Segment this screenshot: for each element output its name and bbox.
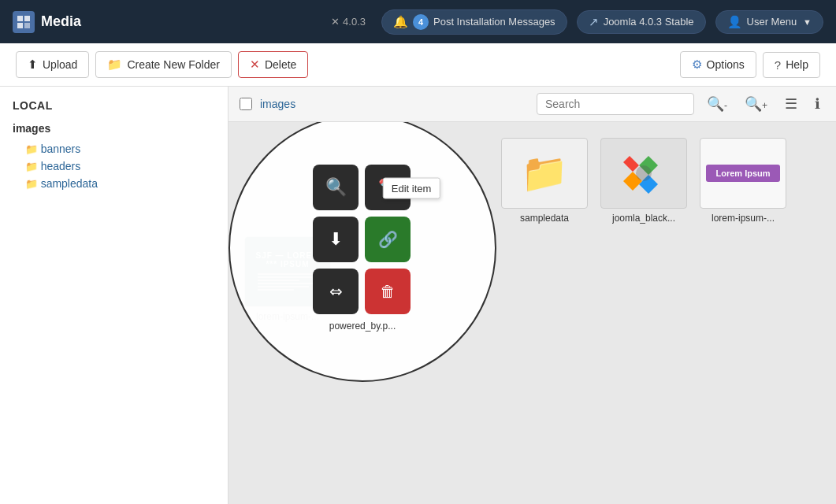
delete-label: Delete bbox=[265, 58, 296, 71]
file-item-name: lorem-ipsum-... bbox=[712, 213, 775, 224]
sidebar-banners-label: banners bbox=[41, 143, 81, 155]
sidebar-item-sampledata[interactable]: sampledata bbox=[25, 175, 215, 192]
upload-icon: ⬆ bbox=[28, 57, 38, 72]
chevron-down-icon: ▼ bbox=[803, 17, 812, 27]
file-item-name: sampledata bbox=[520, 213, 569, 224]
zoom-in-button[interactable]: 🔍+ bbox=[740, 94, 772, 114]
powered-by-item: 🔍 ✏️ Edit item ⬇ bbox=[244, 138, 331, 224]
sidebar-root-folder[interactable]: images bbox=[13, 120, 215, 137]
file-item-name: joomla_black... bbox=[612, 213, 675, 224]
topbar: Media ✕ 4.0.3 🔔 4 Post Installation Mess… bbox=[0, 0, 836, 43]
notification-count: 4 bbox=[413, 14, 429, 30]
joomla-stable-button[interactable]: ↗ Joomla 4.0.3 Stable bbox=[577, 10, 706, 34]
trash-icon: 🗑 bbox=[380, 283, 396, 301]
create-folder-label: Create New Folder bbox=[127, 58, 220, 71]
lorem-button-visual: Lorem Ipsum bbox=[706, 165, 779, 182]
version-label: ✕ 4.0.3 bbox=[331, 16, 366, 28]
edit-tooltip: Edit item bbox=[383, 178, 440, 199]
external-link-icon: ↗ bbox=[589, 15, 599, 29]
file-grid: 🔍 ✏️ Edit item ⬇ bbox=[229, 122, 836, 504]
upload-button[interactable]: ⬆ Upload bbox=[16, 51, 89, 78]
download-icon: ⬇ bbox=[329, 229, 343, 250]
svg-point-4 bbox=[636, 165, 652, 181]
file-area: images 🔍- 🔍+ ☰ ℹ 🔍 bbox=[229, 87, 836, 504]
select-all-checkbox[interactable] bbox=[240, 98, 252, 110]
list-item[interactable]: joomla_black... bbox=[600, 138, 687, 224]
create-folder-button[interactable]: 📁 Create New Folder bbox=[95, 51, 232, 78]
upload-label: Upload bbox=[43, 58, 77, 71]
folder-icon: 📁 bbox=[107, 57, 122, 72]
delete-action-button[interactable]: 🗑 bbox=[365, 269, 411, 314]
sidebar-root-label: images bbox=[13, 122, 50, 135]
sidebar-sampledata-label: sampledata bbox=[41, 177, 98, 190]
list-item[interactable]: Lorem Ipsum lorem-ipsum-... bbox=[700, 138, 786, 224]
link-action-button[interactable]: 🔗 bbox=[365, 217, 411, 262]
app-title: Media bbox=[41, 13, 81, 30]
options-label: Options bbox=[707, 58, 745, 71]
joomla-stable-label: Joomla 4.0.3 Stable bbox=[604, 16, 694, 28]
svg-rect-1 bbox=[24, 16, 30, 21]
resize-action-button[interactable]: ⇔ bbox=[313, 269, 359, 314]
action-grid: 🔍 ✏️ Edit item ⬇ bbox=[313, 165, 412, 316]
notifications-button[interactable]: 🔔 4 Post Installation Messages bbox=[381, 9, 567, 35]
sidebar-title: Local bbox=[13, 99, 215, 112]
logo-icon bbox=[13, 11, 35, 33]
svg-rect-2 bbox=[17, 23, 23, 28]
zoom-out-button[interactable]: 🔍- bbox=[702, 94, 732, 114]
overlay-file-label: powered_by.p... bbox=[329, 321, 396, 332]
list-view-button[interactable]: ☰ bbox=[780, 94, 802, 114]
joomla-thumb bbox=[600, 138, 687, 209]
gear-icon: ⚙ bbox=[692, 57, 702, 72]
link-icon: 🔗 bbox=[378, 230, 398, 249]
delete-button[interactable]: ✕ Delete bbox=[238, 51, 308, 78]
file-toolbar: images 🔍- 🔍+ ☰ ℹ bbox=[229, 87, 836, 122]
user-menu-button[interactable]: 👤 User Menu ▼ bbox=[715, 10, 823, 34]
help-label: Help bbox=[786, 58, 808, 71]
main-content: Local images banners headers sampledata … bbox=[0, 87, 836, 504]
search-input[interactable] bbox=[537, 93, 694, 115]
svg-rect-0 bbox=[17, 16, 23, 21]
delete-icon: ✕ bbox=[250, 57, 260, 72]
sampledata-thumb: 📁 bbox=[501, 138, 588, 209]
zoom-icon: 🔍 bbox=[325, 177, 347, 198]
download-action-button[interactable]: ⬇ bbox=[313, 217, 359, 262]
sidebar: Local images banners headers sampledata bbox=[0, 87, 229, 504]
svg-rect-3 bbox=[24, 23, 30, 28]
breadcrumb[interactable]: images bbox=[260, 98, 295, 110]
lorem-btn-thumb: Lorem Ipsum bbox=[700, 138, 786, 209]
help-button[interactable]: ? Help bbox=[763, 52, 820, 78]
help-icon: ? bbox=[775, 58, 781, 72]
main-toolbar: ⬆ Upload 📁 Create New Folder ✕ Delete ⚙ … bbox=[0, 43, 836, 87]
list-item[interactable]: 📁 sampledata bbox=[501, 138, 588, 224]
zoom-action-button[interactable]: 🔍 bbox=[313, 165, 359, 210]
bell-icon: 🔔 bbox=[393, 15, 408, 29]
user-menu-label: User Menu bbox=[747, 16, 797, 28]
sidebar-item-headers[interactable]: headers bbox=[25, 158, 215, 175]
user-icon: 👤 bbox=[727, 15, 742, 29]
sidebar-item-banners[interactable]: banners bbox=[25, 140, 215, 158]
action-overlay: 🔍 ✏️ Edit item ⬇ bbox=[229, 122, 496, 382]
post-installation-label: Post Installation Messages bbox=[433, 16, 555, 28]
app-logo: Media bbox=[13, 11, 81, 33]
folder-tree: images banners headers sampledata bbox=[13, 120, 215, 192]
edit-action-container: ✏️ Edit item bbox=[365, 165, 412, 212]
options-button[interactable]: ⚙ Options bbox=[680, 51, 756, 78]
sidebar-headers-label: headers bbox=[41, 160, 81, 172]
folder-big-icon: 📁 bbox=[521, 151, 568, 195]
info-button[interactable]: ℹ bbox=[810, 94, 825, 114]
resize-icon: ⇔ bbox=[329, 282, 343, 301]
